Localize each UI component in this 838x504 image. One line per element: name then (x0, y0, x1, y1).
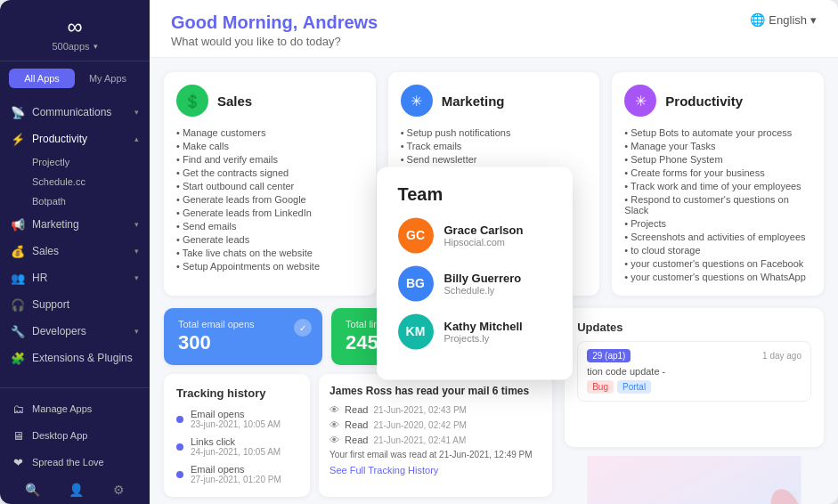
developers-label: Developers (32, 325, 127, 337)
list-item: Projects (624, 216, 811, 230)
sales-icon: 💰 (11, 244, 25, 258)
sidebar-item-support[interactable]: 🎧 Support (0, 291, 150, 318)
update-desc: tion code update - (587, 366, 801, 377)
hr-arrow: ▾ (134, 273, 139, 282)
productivity-icon: ⚡ (11, 132, 25, 146)
right-panel: Updates 29 (ap1) 1 day ago tion code upd… (565, 308, 824, 504)
list-item: to cloud storage (624, 243, 811, 256)
bug-tag: Bug (587, 380, 614, 394)
sidebar-item-developers[interactable]: 🔧 Developers ▾ (0, 318, 150, 345)
tracking-label-3: Email opens (191, 464, 281, 475)
productivity-card: ✳ Productivity Setup Bots to automate yo… (612, 72, 824, 296)
tracking-dot (176, 443, 183, 451)
update-item-1: 29 (ap1) 1 day ago tion code update - Bu… (577, 341, 811, 402)
tracking-section: Tracking history Email opens 23-jun-2021… (164, 374, 310, 497)
marketing-label: Marketing (32, 218, 127, 231)
activity-action-1: Read (345, 404, 368, 415)
see-full-history-link[interactable]: See Full Tracking History (330, 465, 541, 476)
tracking-activity-row: Tracking history Email opens 23-jun-2021… (164, 374, 552, 497)
list-item: Send emails (176, 219, 363, 232)
sidebar-logo: ∞ 500apps ▾ (0, 0, 150, 61)
sidebar-item-projectly[interactable]: Projectly (0, 152, 150, 172)
header-greeting: Good Morning, Andrews What would you lik… (171, 12, 378, 48)
language-selector[interactable]: 🌐 English ▾ (750, 12, 817, 27)
updates-section: Updates 29 (ap1) 1 day ago tion code upd… (565, 308, 824, 447)
sidebar-item-marketing[interactable]: 📢 Marketing ▾ (0, 211, 150, 238)
tracking-item-3: Email opens 27-jun-2021, 01:20 PM (176, 464, 297, 484)
sidebar-tabs: All Apps My Apps (9, 69, 141, 88)
sidebar-item-spread-love[interactable]: ❤ Spread the Love (0, 449, 150, 476)
activity-action-3: Read (345, 435, 368, 445)
main-content: Good Morning, Andrews What would you lik… (150, 0, 838, 504)
team-member-info-2: Billy Guerrero Schedule.ly (444, 272, 522, 296)
sidebar-item-extensions[interactable]: 🧩 Extensions & Plugins (0, 345, 150, 371)
communications-arrow: ▾ (134, 108, 139, 117)
update-time: 1 day ago (762, 351, 801, 361)
list-item: Setup Bots to automate your process (624, 126, 811, 139)
marketing-icon: 📢 (11, 217, 25, 232)
tracking-info: Email opens 23-jun-2021, 10:05 AM (191, 409, 281, 429)
logo-icon: ∞ (67, 14, 82, 39)
productivity-card-header: ✳ Productivity (624, 85, 811, 117)
activity-section: James Ross has read your mail 6 times 👁 … (319, 374, 552, 497)
lang-arrow-icon: ▾ (810, 13, 817, 27)
productivity-card-title: Productivity (665, 93, 743, 109)
list-item: Find and verify emails (176, 152, 363, 166)
list-item: Track work and time of your employees (624, 179, 811, 192)
sales-label: Sales (32, 245, 127, 257)
activity-item-1: 👁 Read 21-Jun-2021, 02:43 PM (330, 404, 541, 415)
tracking-info: Email opens 27-jun-2021, 01:20 PM (191, 464, 281, 484)
header-subtitle: What would you like to do today? (171, 35, 378, 48)
eye-icon-3: 👁 (330, 435, 339, 445)
tracking-label-1: Email opens (191, 409, 281, 419)
productivity-arrow: ▴ (134, 134, 139, 143)
spread-love-icon: ❤ (11, 455, 25, 469)
list-item: Setup push notifications (401, 126, 588, 139)
team-name-2: Billy Guerrero (444, 272, 522, 285)
sidebar-item-manage-apps[interactable]: 🗂 Manage Apps (0, 395, 150, 422)
sidebar-item-schedule[interactable]: Schedule.cc (0, 172, 150, 191)
decorative-illustration (565, 456, 824, 504)
marketing-card-icon: ✳ (401, 85, 433, 117)
productivity-label: Productivity (32, 133, 127, 145)
sidebar-item-productivity[interactable]: ⚡ Productivity ▴ (0, 126, 150, 152)
activity-item-2: 👁 Read 21-Jun-2020, 02:42 PM (330, 419, 541, 430)
marketing-arrow: ▾ (134, 220, 139, 229)
sidebar-item-botpath[interactable]: Botpath (0, 191, 150, 211)
list-item: Track emails (401, 139, 588, 152)
sidebar-item-communications[interactable]: 📡 Communications ▾ (0, 99, 150, 126)
team-company-2: Schedule.ly (444, 285, 522, 296)
list-item: Respond to customer's questions on Slack (624, 192, 811, 216)
logo-dropdown-icon[interactable]: ▾ (94, 42, 98, 51)
sidebar-item-sales[interactable]: 💰 Sales ▾ (0, 238, 150, 264)
activity-date-1: 21-Jun-2021, 02:43 PM (373, 405, 467, 415)
activity-action-2: Read (345, 419, 368, 430)
main-header: Good Morning, Andrews What would you lik… (150, 0, 838, 58)
update-item-header: 29 (ap1) 1 day ago (587, 349, 801, 362)
sidebar-item-hr[interactable]: 👥 HR ▾ (0, 264, 150, 291)
extensions-icon: 🧩 (11, 351, 25, 365)
tab-all-apps[interactable]: All Apps (9, 69, 75, 88)
search-icon[interactable]: 🔍 (25, 483, 40, 497)
email-opens-label: Total email opens (178, 319, 308, 329)
first-read-text: Your first email was read at 21-Jun-2021… (330, 450, 541, 459)
logo-text: 500apps ▾ (52, 41, 97, 52)
list-item: Setup Phone System (624, 152, 811, 166)
settings-icon[interactable]: ⚙ (113, 483, 125, 497)
eye-icon-2: 👁 (330, 419, 339, 430)
greeting-text: Good Morning, (171, 12, 297, 32)
hr-icon: 👥 (11, 271, 25, 285)
communications-label: Communications (32, 106, 127, 118)
tab-my-apps[interactable]: My Apps (75, 69, 141, 88)
sales-card-icon: 💲 (176, 85, 208, 117)
extensions-label: Extensions & Plugins (32, 352, 139, 364)
sidebar-item-desktop-app[interactable]: 🖥 Desktop App (0, 422, 150, 449)
stat-email-opens: Total email opens 300 ✓ (164, 308, 322, 365)
activity-title: James Ross has read your mail 6 times (330, 385, 541, 397)
user-name: Andrews (303, 12, 378, 32)
list-item: Start outbound call center (176, 179, 363, 192)
team-avatar-2: BG (398, 265, 434, 301)
sidebar: ∞ 500apps ▾ All Apps My Apps 📡 Communica… (0, 0, 150, 504)
logo-app-name: 500apps (52, 41, 89, 52)
user-icon[interactable]: 👤 (69, 483, 84, 497)
